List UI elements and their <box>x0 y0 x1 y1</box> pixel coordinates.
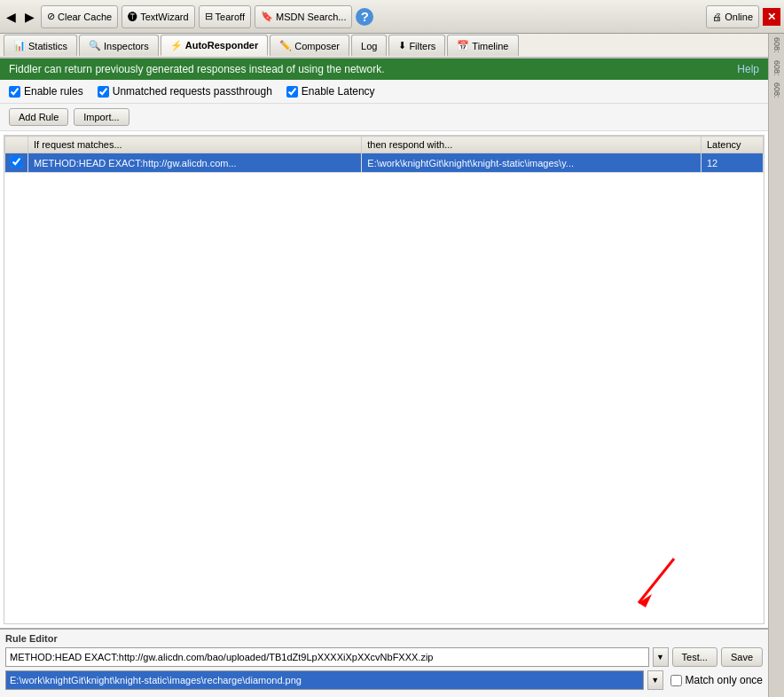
match-row: ▼ Test... Save <box>5 647 763 667</box>
match-dropdown-button[interactable]: ▼ <box>653 647 669 667</box>
inspectors-tab-icon: 🔍 <box>89 40 101 51</box>
online-button[interactable]: 🖨 Online <box>706 5 759 28</box>
row-checkbox[interactable] <box>11 156 22 168</box>
side-label-1: 608: <box>771 34 783 57</box>
side-label-2: 608: <box>771 57 783 80</box>
textwizard-button[interactable]: 🅣 TextWizard <box>122 5 194 28</box>
row-checkbox-cell[interactable] <box>5 153 28 173</box>
msdn-search-button[interactable]: 🔖 MSDN Search... <box>255 5 352 28</box>
enable-latency-checkbox[interactable] <box>286 86 298 98</box>
col-respond: then respond with... <box>362 137 702 153</box>
options-row: Enable rules Unmatched requests passthro… <box>0 80 768 104</box>
tab-autoresponder[interactable]: ⚡ AutoResponder <box>161 35 269 56</box>
side-label-3: 608: <box>771 79 783 102</box>
online-icon: 🖨 <box>712 12 722 22</box>
match-only-once-label[interactable]: Match only once <box>670 674 763 686</box>
enable-latency-checkbox-label[interactable]: Enable Latency <box>286 85 375 98</box>
msdn-search-icon: 🔖 <box>261 11 273 22</box>
row-respond-cell: E:\work\knightGit\knight\knight-static\i… <box>362 153 702 173</box>
autoresponder-tab-icon: ⚡ <box>170 40 183 51</box>
rules-table: If request matches... then respond with.… <box>4 136 764 173</box>
tab-inspectors[interactable]: 🔍 Inspectors <box>79 35 159 56</box>
respond-row: ▼ Match only once <box>5 670 763 690</box>
enable-rules-checkbox[interactable] <box>9 86 20 98</box>
side-panel: 608: 608: 608: <box>768 34 784 697</box>
add-rule-button[interactable]: Add Rule <box>9 108 68 126</box>
tab-composer[interactable]: ✏️ Composer <box>270 35 349 56</box>
respond-input[interactable] <box>5 670 644 690</box>
info-bar: Fiddler can return previously generated … <box>0 59 768 80</box>
match-input[interactable] <box>5 647 649 667</box>
table-row[interactable]: METHOD:HEAD EXACT:http://gw.alicdn.com..… <box>5 153 764 173</box>
titlebar: ◀ ▶ ⊘ Clear Cache 🅣 TextWizard ⊟ Tearoff… <box>0 0 784 34</box>
row-latency-cell: 12 <box>702 153 764 173</box>
test-button[interactable]: Test... <box>672 647 717 667</box>
app-window: ◀ ▶ ⊘ Clear Cache 🅣 TextWizard ⊟ Tearoff… <box>0 0 784 697</box>
enable-rules-checkbox-label[interactable]: Enable rules <box>9 85 83 98</box>
tab-timeline[interactable]: 📅 Timeline <box>447 35 518 56</box>
match-only-once-checkbox[interactable] <box>670 675 682 686</box>
tearoff-icon: ⊟ <box>205 11 213 22</box>
rule-editor: Rule Editor ▼ Test... Save ▼ Match only … <box>0 628 768 697</box>
rules-table-container[interactable]: If request matches... then respond with.… <box>4 135 764 624</box>
col-match: If request matches... <box>28 137 362 153</box>
main-panel: Fiddler can return previously generated … <box>0 59 768 697</box>
content-area: 📊 Statistics 🔍 Inspectors ⚡ AutoResponde… <box>0 34 768 697</box>
tabs-row: 📊 Statistics 🔍 Inspectors ⚡ AutoResponde… <box>0 34 768 59</box>
clear-cache-icon: ⊘ <box>47 11 55 22</box>
statistics-tab-icon: 📊 <box>13 40 26 51</box>
row-match-cell: METHOD:HEAD EXACT:http://gw.alicdn.com..… <box>28 153 362 173</box>
help-icon[interactable]: ? <box>356 8 373 26</box>
back-icon[interactable]: ◀ <box>4 10 19 24</box>
col-checkbox <box>5 137 28 153</box>
unmatched-passthrough-checkbox[interactable] <box>98 86 109 98</box>
rule-editor-title: Rule Editor <box>5 633 763 644</box>
textwizard-icon: 🅣 <box>128 12 137 22</box>
tearoff-button[interactable]: ⊟ Tearoff <box>199 5 251 28</box>
tab-filters[interactable]: ⬇ Filters <box>388 35 445 56</box>
filters-tab-icon: ⬇ <box>398 40 406 51</box>
clear-cache-button[interactable]: ⊘ Clear Cache <box>41 5 118 28</box>
import-button[interactable]: Import... <box>74 108 129 126</box>
tab-log[interactable]: Log <box>351 35 387 56</box>
col-latency: Latency <box>702 137 764 153</box>
help-link[interactable]: Help <box>737 63 759 75</box>
close-button[interactable]: ✕ <box>763 8 780 26</box>
respond-dropdown-button[interactable]: ▼ <box>647 670 663 690</box>
save-button[interactable]: Save <box>721 647 763 667</box>
timeline-tab-icon: 📅 <box>457 40 469 51</box>
composer-tab-icon: ✏️ <box>279 40 292 51</box>
tab-statistics[interactable]: 📊 Statistics <box>4 35 77 56</box>
forward-icon[interactable]: ▶ <box>22 10 37 24</box>
buttons-row: Add Rule Import... <box>0 104 768 131</box>
unmatched-passthrough-checkbox-label[interactable]: Unmatched requests passthrough <box>98 85 272 98</box>
